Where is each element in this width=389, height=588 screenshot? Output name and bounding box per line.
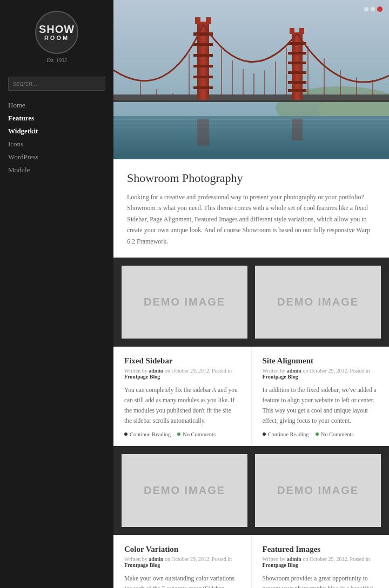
nav-item-widgetkit[interactable]: Widgetkit	[8, 125, 105, 138]
post-text-2: In addition to the fixed sidebar, we've …	[263, 385, 379, 426]
demo-label-4: DEMO IMAGE	[277, 484, 359, 497]
posts-section-bottom: Color Variation Written by admin on Octo…	[113, 535, 389, 588]
search-input[interactable]	[8, 77, 105, 91]
logo-show: SHOW	[39, 24, 75, 35]
posts-row-2: Color Variation Written by admin on Octo…	[113, 535, 389, 588]
article-title: Showroom Photography	[127, 171, 375, 185]
post-author-1[interactable]: admin	[149, 368, 163, 374]
post-meta-2: Written by admin on October 29, 2012. Po…	[263, 368, 379, 380]
nav-item-module[interactable]: Module	[8, 164, 105, 177]
post-category-3[interactable]: Frontpage Blog	[124, 562, 160, 568]
demo-row-1: DEMO IMAGE DEMO IMAGE	[113, 258, 389, 347]
posts-row-1: Fixed Sidebar Written by admin on Octobe…	[113, 347, 389, 446]
post-actions-1: Continue Reading No Comments	[124, 431, 240, 437]
main-content: Showroom Photography Looking for a creat…	[113, 0, 389, 588]
slider-dot-1[interactable]	[364, 7, 368, 11]
demo-grid-top: DEMO IMAGE DEMO IMAGE	[113, 258, 389, 347]
article-intro: Showroom Photography Looking for a creat…	[113, 159, 389, 258]
demo-image-4: DEMO IMAGE	[255, 454, 381, 527]
post-category-1[interactable]: Frontpage Blog	[124, 374, 160, 380]
hero-image	[113, 0, 389, 159]
post-text-4: Showroom provides a great opportunity to…	[263, 573, 379, 588]
slider-dot-3[interactable]	[377, 6, 383, 12]
post-title-2: Site Alignment	[263, 356, 379, 366]
search-area	[0, 69, 113, 96]
post-col-2: Site Alignment Written by admin on Octob…	[252, 347, 390, 445]
bullet-green-2	[316, 432, 319, 436]
hero-svg	[113, 0, 389, 159]
demo-label-1: DEMO IMAGE	[144, 296, 225, 308]
logo-area: SHOW ROOM Est. 1935	[0, 0, 113, 69]
post-col-3: Color Variation Written by admin on Octo…	[113, 535, 252, 588]
bullet-green-1	[177, 432, 180, 436]
nav-item-home[interactable]: Home	[8, 99, 105, 112]
post-col-1: Fixed Sidebar Written by admin on Octobe…	[113, 347, 252, 445]
demo-label-3: DEMO IMAGE	[144, 484, 225, 497]
nav-item-features[interactable]: Features	[8, 112, 105, 125]
logo-circle: SHOW ROOM	[35, 11, 78, 54]
post-meta-1: Written by admin on October 29, 2012. Po…	[124, 368, 240, 380]
logo-est: Est. 1935	[46, 57, 67, 63]
nav-item-icons[interactable]: Icons	[8, 138, 105, 151]
post-category-2[interactable]: Frontpage Blog	[263, 374, 298, 380]
slider-dot-2[interactable]	[371, 7, 375, 11]
bullet-2	[263, 432, 266, 436]
post-col-4: Featured Images Written by admin on Octo…	[252, 535, 390, 588]
post-author-2[interactable]: admin	[287, 368, 301, 374]
post-meta-3: Written by admin on October 29, 2012. Po…	[124, 556, 240, 568]
demo-grid-bottom: DEMO IMAGE DEMO IMAGE	[113, 446, 389, 535]
demo-image-2: DEMO IMAGE	[255, 266, 381, 339]
continue-reading-2[interactable]: Continue Reading	[263, 431, 309, 437]
post-meta-4: Written by admin on October 29, 2012. Po…	[263, 556, 379, 568]
demo-label-2: DEMO IMAGE	[277, 296, 359, 308]
posts-section-top: Fixed Sidebar Written by admin on Octobe…	[113, 347, 389, 446]
post-title-1: Fixed Sidebar	[124, 356, 240, 366]
no-comments-1[interactable]: No Comments	[177, 431, 216, 437]
post-text-1: You can completely fix the sidebar A and…	[124, 385, 240, 426]
slider-dots	[364, 6, 383, 12]
nav-menu: Home Features Widgetkit Icons WordPress …	[0, 96, 113, 179]
svg-rect-46	[113, 0, 389, 159]
no-comments-2[interactable]: No Comments	[316, 431, 354, 437]
bullet-1	[124, 432, 128, 436]
continue-reading-1[interactable]: Continue Reading	[124, 431, 171, 437]
demo-row-2: DEMO IMAGE DEMO IMAGE	[113, 446, 389, 535]
article-text: Looking for a creative and professional …	[127, 192, 375, 247]
post-author-3[interactable]: admin	[149, 556, 163, 562]
post-category-4[interactable]: Frontpage Blog	[263, 562, 298, 568]
sidebar: SHOW ROOM Est. 1935 Home Features Widget…	[0, 0, 113, 588]
post-author-4[interactable]: admin	[287, 556, 301, 562]
post-title-3: Color Variation	[124, 545, 240, 554]
demo-image-1: DEMO IMAGE	[122, 266, 247, 339]
logo-room: ROOM	[44, 35, 69, 41]
post-text-3: Make your own outstanding color variatio…	[124, 573, 240, 588]
post-title-4: Featured Images	[263, 545, 379, 554]
demo-image-3: DEMO IMAGE	[122, 454, 247, 527]
post-actions-2: Continue Reading No Comments	[263, 431, 379, 437]
nav-item-wordpress[interactable]: WordPress	[8, 151, 105, 164]
